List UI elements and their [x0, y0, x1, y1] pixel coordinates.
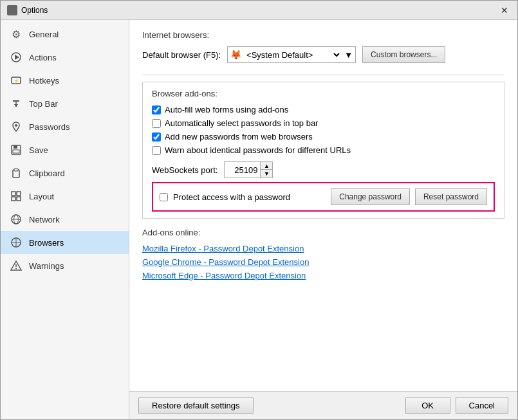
svg-text:⚡: ⚡ — [14, 78, 19, 84]
password-protection-row: Protect access with a password Change pa… — [152, 182, 495, 212]
svg-rect-14 — [17, 192, 21, 196]
svg-rect-12 — [14, 169, 18, 171]
svg-rect-16 — [17, 197, 21, 201]
close-button[interactable]: ✕ — [498, 4, 511, 17]
spinbox-buttons: ▲ ▼ — [260, 162, 272, 178]
sidebar-item-save[interactable]: Save — [1, 138, 129, 161]
checkbox-autoselect-row: Automatically select passwords in top ba… — [152, 118, 495, 128]
warn-checkbox[interactable] — [152, 146, 161, 155]
default-browser-row: Default browser (F5): 🦊 <System Default>… — [142, 46, 504, 63]
websockets-port-spinbox[interactable]: ▲ ▼ — [224, 161, 273, 178]
sidebar-label-passwords: Passwords — [29, 122, 70, 132]
sidebar: ⚙ General Actions ⚡ Hotkeys — [1, 20, 129, 419]
sidebar-item-browsers[interactable]: Browsers — [1, 231, 129, 254]
addnew-label: Add new passwords from web browsers — [165, 132, 313, 142]
main-content: Internet browsers: Default browser (F5):… — [129, 20, 517, 391]
title-bar-left: Options — [7, 5, 48, 15]
custom-browsers-button[interactable]: Custom browsers... — [362, 46, 445, 63]
default-browser-select[interactable]: <System Default> — [244, 50, 342, 60]
sidebar-item-actions[interactable]: Actions — [1, 46, 129, 69]
sidebar-item-layout[interactable]: Layout — [1, 185, 129, 208]
main-area: Internet browsers: Default browser (F5):… — [129, 20, 517, 419]
default-browser-label: Default browser (F5): — [142, 50, 221, 60]
protect-password-checkbox[interactable] — [160, 193, 168, 201]
divider-1 — [142, 75, 504, 75]
checkbox-addnew-row: Add new passwords from web browsers — [152, 132, 495, 142]
autofill-label: Auto-fill web forms using add-ons — [165, 105, 288, 114]
addons-online-label: Add-ons online: — [142, 228, 504, 237]
autoselect-label: Automatically select passwords in top ba… — [165, 118, 318, 128]
addnew-checkbox[interactable] — [152, 132, 161, 142]
sidebar-label-browsers: Browsers — [29, 238, 64, 248]
svg-point-7 — [15, 124, 17, 127]
checkbox-warn-row: Warn about identical passwords for diffe… — [152, 145, 495, 155]
browser-addons-label: Browser add-ons: — [152, 89, 495, 98]
sidebar-label-network: Network — [29, 215, 60, 224]
sidebar-item-passwords[interactable]: Passwords — [1, 115, 129, 138]
svg-rect-9 — [14, 145, 17, 149]
browsers-icon — [10, 236, 23, 249]
options-window: Options ✕ ⚙ General Actions ⚡ — [0, 0, 518, 420]
spinbox-down-button[interactable]: ▼ — [261, 170, 272, 178]
edge-addon-link[interactable]: Microsoft Edge - Password Depot Extensio… — [142, 271, 504, 280]
general-icon: ⚙ — [10, 28, 23, 41]
protect-password-label: Protect access with a password — [173, 192, 326, 202]
sidebar-label-save: Save — [29, 145, 48, 155]
firefox-addon-link[interactable]: Mozilla Firefox - Password Depot Extensi… — [142, 244, 504, 253]
change-password-button[interactable]: Change password — [331, 188, 410, 205]
sidebar-item-general[interactable]: ⚙ General — [1, 23, 129, 46]
browser-addons-section: Browser add-ons: Auto-fill web forms usi… — [142, 82, 504, 219]
firefox-icon: 🦊 — [230, 50, 241, 60]
actions-icon — [10, 51, 23, 64]
svg-rect-13 — [12, 192, 15, 196]
sidebar-label-general: General — [29, 30, 59, 39]
restore-defaults-button[interactable]: Restore default settings — [138, 397, 254, 414]
hotkeys-icon: ⚡ — [10, 74, 23, 87]
dropdown-arrow-icon: ▼ — [344, 50, 353, 60]
network-icon — [10, 213, 23, 226]
autofill-checkbox[interactable] — [152, 105, 161, 114]
svg-rect-15 — [12, 197, 15, 201]
sidebar-label-hotkeys: Hotkeys — [29, 76, 59, 86]
checkbox-autofill-row: Auto-fill web forms using add-ons — [152, 105, 495, 114]
sidebar-item-network[interactable]: Network — [1, 208, 129, 231]
websockets-row: WebSockets port: ▲ ▼ — [152, 161, 495, 178]
window-icon — [7, 5, 17, 15]
chrome-addon-link[interactable]: Google Chrome - Password Depot Extension — [142, 257, 504, 267]
sidebar-label-clipboard: Clipboard — [29, 169, 65, 178]
websockets-label: WebSockets port: — [152, 165, 217, 175]
sidebar-label-actions: Actions — [29, 53, 57, 62]
warn-label: Warn about identical passwords for diffe… — [165, 145, 351, 155]
svg-point-25 — [15, 268, 17, 269]
footer-right: OK Cancel — [405, 397, 508, 414]
footer: Restore default settings OK Cancel — [129, 391, 517, 419]
sidebar-label-warnings: Warnings — [29, 261, 64, 271]
spinbox-up-button[interactable]: ▲ — [261, 162, 272, 170]
websockets-port-input[interactable] — [225, 162, 260, 178]
svg-marker-6 — [14, 104, 18, 107]
svg-marker-1 — [15, 55, 19, 60]
sidebar-item-topbar[interactable]: Top Bar — [1, 92, 129, 115]
cancel-button[interactable]: Cancel — [456, 397, 508, 414]
addons-online-section: Add-ons online: Mozilla Firefox - Passwo… — [142, 228, 504, 280]
save-icon — [10, 143, 23, 156]
default-browser-select-wrap[interactable]: 🦊 <System Default> ▼ — [227, 46, 356, 63]
sidebar-item-hotkeys[interactable]: ⚡ Hotkeys — [1, 69, 129, 92]
title-bar: Options ✕ — [1, 1, 517, 20]
ok-button[interactable]: OK — [405, 397, 450, 414]
sidebar-label-topbar: Top Bar — [29, 99, 58, 109]
reset-password-button[interactable]: Reset password — [415, 188, 487, 205]
topbar-icon — [10, 97, 23, 110]
svg-rect-10 — [13, 150, 19, 153]
sidebar-item-warnings[interactable]: Warnings — [1, 254, 129, 277]
clipboard-icon — [10, 167, 23, 179]
passwords-icon — [10, 120, 23, 133]
internet-browsers-section: Internet browsers: Default browser (F5):… — [142, 30, 504, 63]
sidebar-item-clipboard[interactable]: Clipboard — [1, 161, 129, 185]
internet-browsers-label: Internet browsers: — [142, 30, 504, 40]
autoselect-checkbox[interactable] — [152, 119, 161, 128]
main-layout: ⚙ General Actions ⚡ Hotkeys — [1, 20, 517, 419]
warnings-icon — [10, 259, 23, 272]
sidebar-label-layout: Layout — [29, 192, 54, 201]
layout-icon — [10, 190, 23, 203]
